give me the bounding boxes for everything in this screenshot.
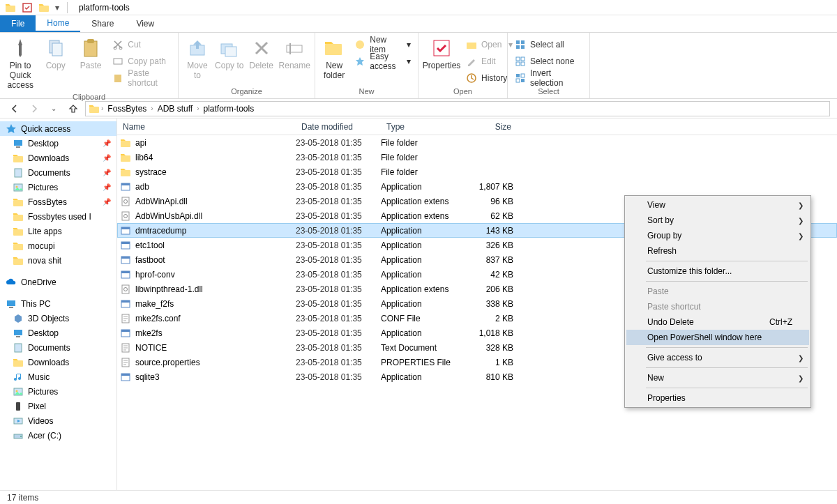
rename-button[interactable]: Rename [279, 36, 310, 72]
sidebar-item[interactable]: Desktop📌 [0, 136, 116, 151]
tab-share[interactable]: Share [80, 15, 125, 32]
crumb-2[interactable]: platform-tools [201, 104, 257, 114]
copy-button[interactable]: Copy [39, 36, 71, 72]
pin-icon: 📌 [103, 169, 111, 176]
new-folder-button[interactable]: New folder [319, 36, 349, 82]
select-all-button[interactable]: Select all [512, 37, 585, 52]
ctx-view[interactable]: View❯ [626, 197, 809, 213]
ctx-give-access[interactable]: Give access to❯ [626, 350, 809, 365]
ctx-new[interactable]: New❯ [626, 370, 809, 385]
tab-file[interactable]: File [0, 15, 36, 32]
list-item[interactable]: systrace23-05-2018 01:35File folder [117, 165, 837, 179]
list-item[interactable]: api23-05-2018 01:35File folder [117, 135, 837, 150]
sidebar-item[interactable]: nova shit [0, 253, 116, 268]
nav-forward-button[interactable] [27, 101, 42, 116]
tab-view[interactable]: View [125, 15, 165, 32]
sidebar-item[interactable]: Downloads [0, 355, 116, 369]
nav-recent-button[interactable]: ⌄ [46, 101, 61, 116]
col-name[interactable]: Name [117, 122, 296, 132]
ctx-customize[interactable]: Customize this folder... [626, 264, 809, 279]
qat-dropdown-icon[interactable] [36, 1, 52, 15]
invert-selection-button[interactable]: Invert selection [512, 70, 585, 86]
ctx-paste-shortcut[interactable]: Paste shortcut [626, 299, 809, 314]
sidebar-item[interactable]: Lite apps [0, 224, 116, 238]
col-type[interactable]: Type [381, 122, 463, 132]
new-item-button[interactable]: New item▾ [352, 37, 414, 52]
ribbon-group-open: Properties Open▾ Edit History Open [418, 33, 508, 98]
address-bar: ⌄ › FossBytes › ADB stuff › platform-too… [0, 99, 837, 119]
list-item[interactable]: lib6423-05-2018 01:35File folder [117, 150, 837, 165]
breadcrumb[interactable]: › FossBytes › ADB stuff › platform-tools [85, 101, 830, 116]
ctx-sort-by[interactable]: Sort by❯ [626, 213, 809, 228]
svg-rect-68 [121, 141, 130, 147]
qat-chevron-down-icon[interactable]: ▾ [53, 1, 61, 15]
context-menu: View❯ Sort by❯ Group by❯ Refresh Customi… [624, 195, 811, 408]
sidebar-item[interactable]: FossBytes📌 [0, 194, 116, 209]
svg-rect-39 [16, 146, 20, 148]
sidebar-item[interactable]: Acer (C:) [0, 428, 116, 443]
col-size[interactable]: Size [463, 122, 518, 132]
col-date[interactable]: Date modified [296, 122, 381, 132]
tab-home[interactable]: Home [36, 15, 80, 32]
ribbon-group-select: Select all Select none Invert selection … [508, 33, 590, 98]
pin-to-quick-access-button[interactable]: Pin to Quick access [4, 36, 36, 91]
pc-icon [89, 103, 100, 114]
qat-folder-icon[interactable] [3, 1, 18, 15]
sidebar-item[interactable]: Documents [0, 340, 116, 355]
app-icon [120, 269, 131, 280]
sidebar-item[interactable]: Pictures📌 [0, 180, 116, 194]
select-none-button[interactable]: Select none [512, 54, 585, 69]
copy-path-button[interactable]: Copy path [110, 54, 174, 69]
txt-icon [120, 357, 131, 368]
paste-shortcut-button[interactable]: Paste shortcut [110, 70, 174, 86]
crumb-1[interactable]: ADB stuff [155, 104, 195, 114]
svg-marker-73 [121, 169, 126, 170]
delete-button[interactable]: Delete [247, 36, 276, 72]
sidebar-item[interactable]: Fossbytes used I [0, 209, 116, 224]
nav-up-button[interactable] [66, 101, 81, 116]
chevron-right-icon: ❯ [798, 374, 804, 382]
paste-button[interactable]: Paste [75, 36, 107, 72]
copy-to-button[interactable]: Copy to [215, 36, 244, 72]
nav-onedrive[interactable]: OneDrive [0, 275, 116, 289]
svg-rect-59 [15, 344, 22, 352]
svg-rect-30 [516, 62, 520, 66]
sidebar-item[interactable]: Desktop [0, 326, 116, 340]
list-item[interactable]: adb23-05-2018 01:35Application1,807 KB [117, 179, 837, 194]
ctx-group-by[interactable]: Group by❯ [626, 228, 809, 243]
qat-properties-icon[interactable] [20, 1, 35, 15]
pin-icon: 📌 [103, 198, 111, 206]
ctx-properties[interactable]: Properties [626, 390, 809, 406]
nav-back-button[interactable] [7, 101, 22, 116]
svg-rect-27 [521, 45, 525, 49]
svg-rect-12 [114, 75, 121, 82]
easy-access-button[interactable]: Easy access▾ [352, 54, 414, 69]
sidebar-item[interactable]: 3D Objects [0, 311, 116, 326]
ctx-paste[interactable]: Paste [626, 284, 809, 299]
sidebar-item[interactable]: Documents📌 [0, 165, 116, 180]
sidebar-item[interactable]: Music [0, 369, 116, 384]
ctx-undo-delete[interactable]: Undo DeleteCtrl+Z [626, 314, 809, 330]
sidebar-item[interactable]: Downloads📌 [0, 151, 116, 165]
svg-rect-70 [121, 155, 130, 162]
move-to-button[interactable]: Move to [183, 36, 212, 82]
sidebar-item[interactable]: Pictures [0, 384, 116, 399]
sidebar-item[interactable]: mocupi [0, 238, 116, 253]
properties-button[interactable]: Properties [423, 36, 460, 72]
svg-rect-55 [7, 300, 15, 306]
nav-this-pc[interactable]: This PC [0, 296, 116, 311]
folder-icon [120, 152, 131, 163]
sidebar-item[interactable]: Pixel [0, 399, 116, 413]
svg-rect-81 [121, 227, 130, 229]
app-icon [120, 254, 131, 266]
sidebar-item[interactable]: Videos [0, 413, 116, 428]
ctx-refresh[interactable]: Refresh [626, 243, 809, 259]
crumb-0[interactable]: FossBytes [105, 104, 149, 114]
svg-rect-36 [89, 107, 99, 113]
3d-icon [13, 313, 24, 324]
svg-rect-97 [121, 330, 130, 332]
ctx-open-powershell[interactable]: Open PowerShell window here [626, 330, 809, 345]
app-icon [120, 240, 131, 251]
cut-button[interactable]: Cut [110, 37, 174, 52]
nav-quick-access[interactable]: Quick access [0, 121, 116, 136]
